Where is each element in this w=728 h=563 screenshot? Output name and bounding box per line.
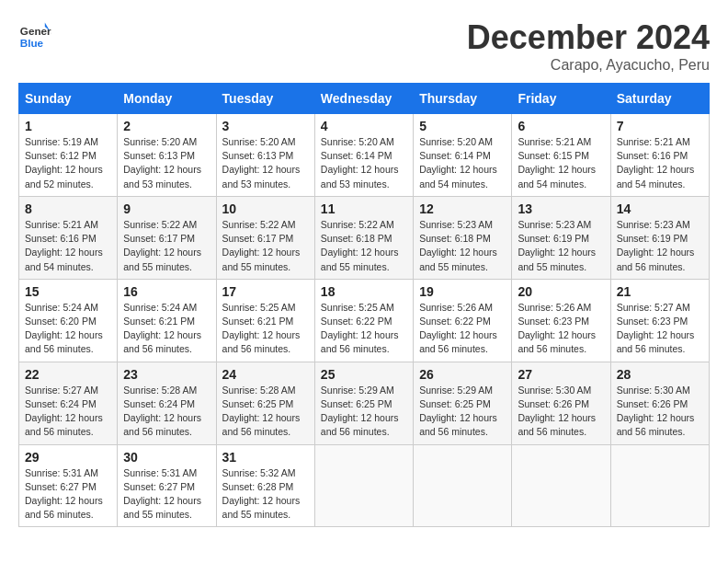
table-row: 7 Sunrise: 5:21 AM Sunset: 6:16 PM Dayli…: [610, 114, 709, 197]
table-row: 3 Sunrise: 5:20 AM Sunset: 6:13 PM Dayli…: [216, 114, 314, 197]
table-row: 8 Sunrise: 5:21 AM Sunset: 6:16 PM Dayli…: [19, 196, 118, 279]
table-row: 27 Sunrise: 5:30 AM Sunset: 6:26 PM Dayl…: [512, 362, 610, 444]
table-row: 11 Sunrise: 5:22 AM Sunset: 6:18 PM Dayl…: [314, 196, 413, 279]
day-info: Sunrise: 5:32 AM Sunset: 6:28 PM Dayligh…: [222, 466, 309, 523]
day-number: 8: [25, 201, 111, 216]
day-number: 22: [25, 367, 111, 382]
day-info: Sunrise: 5:23 AM Sunset: 6:19 PM Dayligh…: [518, 218, 604, 274]
day-info: Sunrise: 5:23 AM Sunset: 6:18 PM Dayligh…: [419, 218, 506, 274]
table-row: 12 Sunrise: 5:23 AM Sunset: 6:18 PM Dayl…: [414, 196, 512, 279]
table-row: 1 Sunrise: 5:19 AM Sunset: 6:12 PM Dayli…: [19, 114, 118, 197]
table-row: 17 Sunrise: 5:25 AM Sunset: 6:21 PM Dayl…: [216, 279, 314, 362]
day-info: Sunrise: 5:20 AM Sunset: 6:14 PM Dayligh…: [321, 135, 407, 191]
day-info: Sunrise: 5:31 AM Sunset: 6:27 PM Dayligh…: [25, 466, 111, 523]
day-info: Sunrise: 5:30 AM Sunset: 6:26 PM Dayligh…: [617, 384, 703, 440]
day-number: 25: [321, 367, 407, 382]
table-row: 30 Sunrise: 5:31 AM Sunset: 6:27 PM Dayl…: [118, 444, 216, 527]
day-number: 15: [25, 284, 111, 299]
day-number: 14: [617, 201, 703, 216]
day-info: Sunrise: 5:28 AM Sunset: 6:24 PM Dayligh…: [123, 384, 210, 440]
day-info: Sunrise: 5:24 AM Sunset: 6:20 PM Dayligh…: [25, 301, 111, 357]
day-info: Sunrise: 5:22 AM Sunset: 6:18 PM Dayligh…: [321, 218, 407, 274]
day-number: 3: [222, 119, 309, 133]
calendar-table: Sunday Monday Tuesday Wednesday Thursday…: [18, 83, 710, 527]
table-row: 6 Sunrise: 5:21 AM Sunset: 6:15 PM Dayli…: [512, 114, 610, 197]
day-info: Sunrise: 5:31 AM Sunset: 6:27 PM Dayligh…: [123, 466, 210, 523]
calendar-week-2: 8 Sunrise: 5:21 AM Sunset: 6:16 PM Dayli…: [19, 196, 710, 279]
table-row: 29 Sunrise: 5:31 AM Sunset: 6:27 PM Dayl…: [19, 444, 118, 527]
table-row: 15 Sunrise: 5:24 AM Sunset: 6:20 PM Dayl…: [19, 279, 118, 362]
logo-icon: General Blue: [18, 18, 51, 52]
day-number: 11: [321, 201, 407, 216]
svg-text:Blue: Blue: [20, 37, 44, 49]
day-number: 10: [222, 201, 309, 216]
day-number: 21: [617, 284, 703, 299]
day-info: Sunrise: 5:27 AM Sunset: 6:24 PM Dayligh…: [25, 384, 111, 440]
day-info: Sunrise: 5:23 AM Sunset: 6:19 PM Dayligh…: [617, 218, 703, 274]
table-row: [314, 444, 413, 527]
day-info: Sunrise: 5:27 AM Sunset: 6:23 PM Dayligh…: [617, 301, 703, 357]
day-info: Sunrise: 5:20 AM Sunset: 6:13 PM Dayligh…: [222, 135, 309, 191]
day-info: Sunrise: 5:24 AM Sunset: 6:21 PM Dayligh…: [123, 301, 210, 357]
day-number: 20: [518, 284, 604, 299]
table-row: 5 Sunrise: 5:20 AM Sunset: 6:14 PM Dayli…: [414, 114, 512, 197]
table-row: 31 Sunrise: 5:32 AM Sunset: 6:28 PM Dayl…: [216, 444, 314, 527]
month-title: December 2024: [467, 18, 710, 57]
day-info: Sunrise: 5:19 AM Sunset: 6:12 PM Dayligh…: [25, 135, 111, 191]
day-number: 24: [222, 367, 309, 382]
table-row: 16 Sunrise: 5:24 AM Sunset: 6:21 PM Dayl…: [118, 279, 216, 362]
day-info: Sunrise: 5:26 AM Sunset: 6:22 PM Dayligh…: [419, 301, 506, 357]
day-number: 6: [518, 119, 604, 133]
table-row: 21 Sunrise: 5:27 AM Sunset: 6:23 PM Dayl…: [610, 279, 709, 362]
table-row: 26 Sunrise: 5:29 AM Sunset: 6:25 PM Dayl…: [414, 362, 512, 444]
day-number: 13: [518, 201, 604, 216]
day-info: Sunrise: 5:20 AM Sunset: 6:14 PM Dayligh…: [419, 135, 506, 191]
day-info: Sunrise: 5:22 AM Sunset: 6:17 PM Dayligh…: [222, 218, 309, 274]
table-row: 4 Sunrise: 5:20 AM Sunset: 6:14 PM Dayli…: [314, 114, 413, 197]
table-row: 24 Sunrise: 5:28 AM Sunset: 6:25 PM Dayl…: [216, 362, 314, 444]
day-number: 18: [321, 284, 407, 299]
location: Carapo, Ayacucho, Peru: [467, 57, 710, 74]
day-number: 12: [419, 201, 506, 216]
day-number: 23: [123, 367, 210, 382]
table-row: 10 Sunrise: 5:22 AM Sunset: 6:17 PM Dayl…: [216, 196, 314, 279]
day-number: 26: [419, 367, 506, 382]
day-info: Sunrise: 5:29 AM Sunset: 6:25 PM Dayligh…: [419, 384, 506, 440]
table-row: 13 Sunrise: 5:23 AM Sunset: 6:19 PM Dayl…: [512, 196, 610, 279]
day-info: Sunrise: 5:22 AM Sunset: 6:17 PM Dayligh…: [123, 218, 210, 274]
calendar-week-3: 15 Sunrise: 5:24 AM Sunset: 6:20 PM Dayl…: [19, 279, 710, 362]
table-row: 28 Sunrise: 5:30 AM Sunset: 6:26 PM Dayl…: [610, 362, 709, 444]
table-row: 9 Sunrise: 5:22 AM Sunset: 6:17 PM Dayli…: [118, 196, 216, 279]
day-number: 1: [25, 119, 111, 133]
table-row: [414, 444, 512, 527]
calendar-week-4: 22 Sunrise: 5:27 AM Sunset: 6:24 PM Dayl…: [19, 362, 710, 444]
day-info: Sunrise: 5:21 AM Sunset: 6:15 PM Dayligh…: [518, 135, 604, 191]
day-number: 16: [123, 284, 210, 299]
day-info: Sunrise: 5:25 AM Sunset: 6:21 PM Dayligh…: [222, 301, 309, 357]
day-number: 7: [617, 119, 703, 133]
table-row: 25 Sunrise: 5:29 AM Sunset: 6:25 PM Dayl…: [314, 362, 413, 444]
calendar-week-1: 1 Sunrise: 5:19 AM Sunset: 6:12 PM Dayli…: [19, 114, 710, 197]
col-wednesday: Wednesday: [314, 84, 413, 114]
table-row: 22 Sunrise: 5:27 AM Sunset: 6:24 PM Dayl…: [19, 362, 118, 444]
table-row: 23 Sunrise: 5:28 AM Sunset: 6:24 PM Dayl…: [118, 362, 216, 444]
table-row: 18 Sunrise: 5:25 AM Sunset: 6:22 PM Dayl…: [314, 279, 413, 362]
day-number: 5: [419, 119, 506, 133]
day-info: Sunrise: 5:29 AM Sunset: 6:25 PM Dayligh…: [321, 384, 407, 440]
calendar-week-5: 29 Sunrise: 5:31 AM Sunset: 6:27 PM Dayl…: [19, 444, 710, 527]
table-row: 19 Sunrise: 5:26 AM Sunset: 6:22 PM Dayl…: [414, 279, 512, 362]
day-number: 19: [419, 284, 506, 299]
day-number: 4: [321, 119, 407, 133]
day-info: Sunrise: 5:21 AM Sunset: 6:16 PM Dayligh…: [617, 135, 703, 191]
day-info: Sunrise: 5:20 AM Sunset: 6:13 PM Dayligh…: [123, 135, 210, 191]
day-number: 31: [222, 450, 309, 465]
day-info: Sunrise: 5:26 AM Sunset: 6:23 PM Dayligh…: [518, 301, 604, 357]
table-row: 14 Sunrise: 5:23 AM Sunset: 6:19 PM Dayl…: [610, 196, 709, 279]
header: General Blue December 2024 Carapo, Ayacu…: [18, 18, 710, 74]
day-number: 29: [25, 450, 111, 465]
table-row: [512, 444, 610, 527]
calendar-header-row: Sunday Monday Tuesday Wednesday Thursday…: [19, 84, 710, 114]
logo: General Blue: [18, 18, 51, 52]
col-tuesday: Tuesday: [216, 84, 314, 114]
day-info: Sunrise: 5:30 AM Sunset: 6:26 PM Dayligh…: [518, 384, 604, 440]
